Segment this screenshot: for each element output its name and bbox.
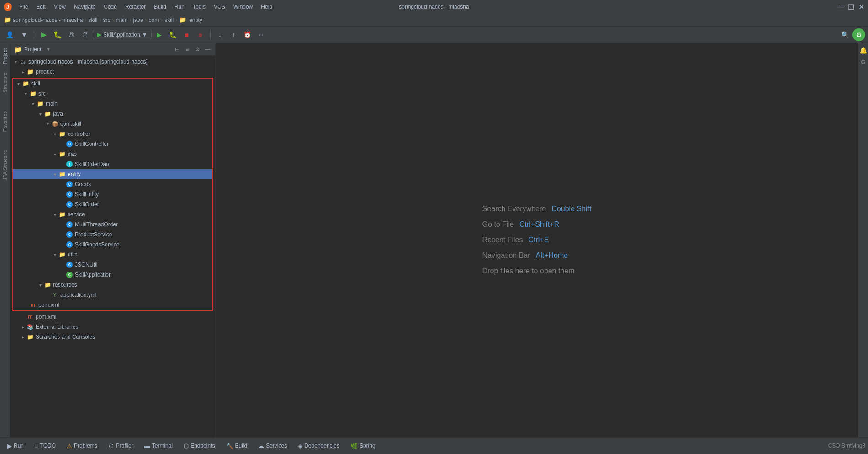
- tree-item-controller[interactable]: ▾ 📁 controller: [13, 129, 212, 139]
- tree-item-skill-application[interactable]: C SkillApplication: [13, 270, 212, 280]
- tab-services[interactable]: ☁ Services: [254, 439, 291, 452]
- git-update-button[interactable]: ↓: [214, 29, 226, 41]
- tree-arrow-main: ▾: [29, 100, 37, 107]
- menu-navigate[interactable]: Navigate: [70, 2, 99, 11]
- sidebar-tab-jpa[interactable]: JPA Structure: [1, 146, 9, 184]
- breadcrumb-project[interactable]: springcloud-nacos - miaosha: [13, 17, 83, 23]
- tree-item-skill-order-dao[interactable]: I SkillOrderDao: [13, 159, 212, 169]
- git-history-button[interactable]: ⏰: [242, 29, 254, 41]
- tree-item-skill-order[interactable]: C SkillOrder: [13, 199, 212, 209]
- menu-file[interactable]: File: [16, 2, 32, 11]
- tree-arrow-entity: ▾: [51, 171, 58, 178]
- tree-item-external-libs[interactable]: ▸ 📚 External Libraries: [10, 322, 215, 332]
- git-push-button[interactable]: ↑: [228, 29, 240, 41]
- toolbar-arrow-button[interactable]: ▼: [18, 29, 30, 41]
- tree-arrow-root: ▾: [12, 58, 19, 65]
- entity-label: entity: [68, 171, 81, 177]
- tree-item-java[interactable]: ▾ 📁 java: [13, 109, 212, 119]
- menu-tools[interactable]: Tools: [189, 2, 209, 11]
- debug-button[interactable]: 🐛: [52, 29, 64, 41]
- tree-item-com-skill[interactable]: ▾ 📦 com.skill: [13, 119, 212, 129]
- close-panel-button[interactable]: —: [203, 45, 212, 53]
- profile-button[interactable]: 👤: [3, 29, 16, 41]
- menu-view[interactable]: View: [50, 2, 69, 11]
- run-button[interactable]: ▶: [153, 29, 165, 41]
- tab-profiler[interactable]: ⏱ Profiler: [104, 439, 138, 452]
- menu-build[interactable]: Build: [150, 2, 170, 11]
- tree-item-utils[interactable]: ▾ 📁 utils: [13, 250, 212, 260]
- sidebar-tab-project[interactable]: Project: [1, 45, 9, 68]
- tree-item-root[interactable]: ▾ 🗂 springcloud-nacos - miaosha [springc…: [10, 57, 215, 67]
- menu-vcs[interactable]: VCS: [210, 2, 229, 11]
- expand-all-button[interactable]: ≡: [183, 45, 191, 53]
- run-config-arrow: ▼: [142, 32, 148, 38]
- tab-spring[interactable]: 🌿 Spring: [346, 439, 380, 452]
- tree-arrow-java: ▾: [37, 110, 44, 118]
- tab-build[interactable]: 🔨 Build: [222, 439, 252, 452]
- coverage-button[interactable]: ⑨: [65, 29, 77, 41]
- gradle-icon[interactable]: G: [859, 58, 868, 67]
- tree-item-goods[interactable]: C Goods: [13, 179, 212, 189]
- gear-button[interactable]: ⚙: [193, 45, 201, 53]
- tab-run-label: Run: [14, 443, 24, 449]
- breadcrumb-entity[interactable]: entity: [189, 17, 202, 23]
- tree-item-product[interactable]: ▸ 📁 product: [10, 67, 215, 77]
- search-everywhere-button[interactable]: 🔍: [839, 29, 851, 41]
- tree-item-main[interactable]: ▾ 📁 main: [13, 99, 212, 109]
- tree-item-json-util[interactable]: C JSONUtil: [13, 260, 212, 270]
- tree-item-skill-entity[interactable]: C SkillEntity: [13, 189, 212, 199]
- tab-dependencies[interactable]: ◈ Dependencies: [293, 439, 344, 452]
- tree-item-skill-controller[interactable]: C SkillController: [13, 139, 212, 149]
- sidebar-tab-structure[interactable]: Structure: [1, 69, 9, 96]
- close-button[interactable]: ✕: [858, 4, 864, 10]
- expand-button[interactable]: ↔: [255, 29, 267, 41]
- maximize-button[interactable]: ☐: [848, 4, 854, 10]
- run-configuration[interactable]: ▶ SkillApplication ▼: [93, 30, 152, 39]
- breadcrumb-com[interactable]: com: [148, 17, 159, 23]
- tree-item-dao[interactable]: ▾ 📁 dao: [13, 149, 212, 159]
- sidebar-tab-favorites[interactable]: Favorites: [1, 107, 9, 135]
- menu-edit[interactable]: Edit: [32, 2, 49, 11]
- tree-item-src[interactable]: ▾ 📁 src: [13, 89, 212, 99]
- tab-terminal[interactable]: ▬ Terminal: [140, 439, 177, 452]
- tree-item-product-service[interactable]: C ProductService: [13, 230, 212, 240]
- tab-problems[interactable]: ⚠ Problems: [62, 439, 102, 452]
- menu-help[interactable]: Help: [257, 2, 276, 11]
- tree-item-scratches[interactable]: ▸ 📁 Scratches and Consoles: [10, 332, 215, 342]
- stop-button[interactable]: ■: [181, 29, 193, 41]
- minimize-button[interactable]: —: [838, 4, 844, 10]
- tree-item-skill-goods-service[interactable]: C SkillGoodsService: [13, 240, 212, 250]
- stop-run-button[interactable]: ■: [195, 29, 206, 41]
- no-arrow7: [58, 231, 66, 238]
- tree-item-resources[interactable]: ▾ 📁 resources: [13, 280, 212, 290]
- collapse-all-button[interactable]: ⊟: [173, 45, 181, 53]
- tree-item-entity[interactable]: ▾ 📁 entity: [13, 169, 212, 179]
- menu-window[interactable]: Window: [230, 2, 257, 11]
- settings-icon[interactable]: ⚙: [852, 28, 865, 41]
- tree-item-application-yml[interactable]: Y application.yml: [13, 290, 212, 300]
- tab-todo[interactable]: ≡ TODO: [30, 439, 60, 452]
- notifications-icon[interactable]: 🔔: [859, 46, 868, 55]
- root-label: springcloud-nacos - miaosha [springcloud…: [28, 59, 148, 65]
- menu-code[interactable]: Code: [100, 2, 121, 11]
- tree-item-service[interactable]: ▾ 📁 service: [13, 209, 212, 219]
- menu-run[interactable]: Run: [171, 2, 188, 11]
- debug-run-button[interactable]: 🐛: [167, 29, 179, 41]
- breadcrumb-src[interactable]: src: [103, 17, 110, 23]
- breadcrumb-main[interactable]: main: [116, 17, 127, 23]
- profile-run-button[interactable]: ⏱: [79, 29, 91, 41]
- tree-item-multi-thread[interactable]: C MultiThreadOrder: [13, 219, 212, 230]
- menu-refactor[interactable]: Refactor: [122, 2, 149, 11]
- tree-item-pom-root[interactable]: m pom.xml: [10, 312, 215, 322]
- tab-endpoints[interactable]: ⬡ Endpoints: [179, 439, 219, 452]
- run-green-button[interactable]: ▶: [38, 29, 50, 41]
- tab-run[interactable]: ▶ Run: [3, 439, 28, 452]
- tree-item-pom-skill[interactable]: m pom.xml: [13, 300, 212, 310]
- breadcrumb-skill[interactable]: skill: [88, 17, 97, 23]
- breadcrumb-java[interactable]: java: [133, 17, 143, 23]
- tree-item-skill[interactable]: ▾ 📁 skill: [13, 79, 212, 89]
- breadcrumb-skill2[interactable]: skill: [164, 17, 174, 23]
- project-header-actions: ⊟ ≡ ⚙ —: [173, 45, 212, 53]
- tab-services-label: Services: [266, 443, 287, 449]
- hint-recent-files: Recent Files Ctrl+E: [482, 236, 592, 244]
